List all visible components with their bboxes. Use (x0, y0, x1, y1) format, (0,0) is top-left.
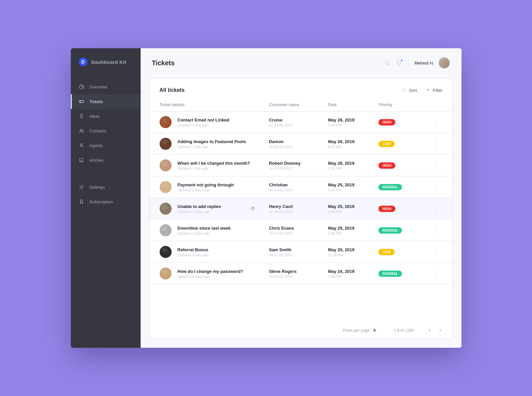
sidebar-item-label: Agents (89, 143, 103, 148)
search-icon[interactable] (384, 60, 390, 66)
person-icon (79, 143, 84, 148)
customer-sub: on 23.05.2019 (269, 231, 328, 235)
people-icon (79, 128, 84, 133)
pager: Rows per page: 8 1-8 of 1240 (150, 322, 453, 339)
sidebar-item-tickets[interactable]: Tickets (71, 94, 141, 109)
ticket-time: 8:00 AM (328, 145, 378, 149)
ticket-time: 11:30 AM (328, 253, 378, 257)
avatar-icon (160, 203, 172, 215)
avatar-icon (160, 181, 172, 193)
bell-icon[interactable] (396, 60, 402, 66)
ticket-title: Downtime since last week (178, 226, 231, 231)
ticket-time: 6:30 PM (328, 123, 378, 127)
sidebar-item-settings[interactable]: Settings (71, 180, 141, 194)
customer-sub: on 24.05.2019 (269, 188, 328, 192)
table-row[interactable]: When will I be charged this month? Updat… (150, 155, 453, 176)
badge-icon (79, 199, 84, 204)
sidebar-item-contacts[interactable]: Contacts (71, 123, 141, 138)
row-more-button[interactable]: ⋮ (429, 206, 443, 212)
ticket-updated: Updated 6 days ago (178, 275, 243, 279)
page-next-button[interactable] (438, 328, 443, 333)
sidebar-nav-primary: OverviewTicketsIdeasContactsAgentsArticl… (71, 80, 141, 167)
ticket-title: Unable to add replies (178, 204, 221, 209)
sidebar-divider (71, 173, 141, 174)
avatar-icon (160, 138, 172, 150)
customer-sub: on 24.05.2019 (269, 210, 328, 214)
topbar-divider (408, 58, 408, 68)
ticket-updated: Updated 1 day ago (178, 145, 246, 149)
table-header: Ticket details Customer name Date Priori… (150, 96, 453, 111)
sidebar-item-articles[interactable]: Articles (71, 153, 141, 167)
table-row[interactable]: Referral Bonus Updated 4 day ago Sam Smi… (150, 241, 453, 263)
avatar-icon (160, 268, 172, 280)
sidebar-item-overview[interactable]: Overview (71, 80, 141, 94)
customer-sub: on 22.05.2019 (269, 253, 328, 257)
avatar-icon (160, 159, 172, 171)
sidebar-item-label: Contacts (89, 128, 106, 133)
ticket-updated: Updated 1 day ago (178, 166, 250, 170)
table-row[interactable]: Payment not going through Updated 2 days… (150, 176, 453, 198)
svg-line-7 (388, 64, 389, 65)
col-customer: Customer name (269, 102, 328, 107)
sidebar-item-ideas[interactable]: Ideas (71, 109, 141, 123)
brand-name: Dashboard Kit (91, 59, 126, 65)
ticket-date: May 24, 2019 (328, 269, 378, 274)
ticket-title: Adding Images to Featured Posts (178, 139, 246, 144)
app-window: D Dashboard Kit OverviewTicketsIdeasCont… (71, 48, 462, 348)
current-user[interactable]: Mehedi H. (414, 57, 450, 69)
table-row[interactable]: Downtime since last week Updated 3 days … (150, 220, 453, 241)
table-row[interactable]: How do I change my password? Updated 6 d… (150, 263, 453, 285)
customer-sub: on 21.05.2019 (269, 275, 328, 279)
page-prev-button[interactable] (427, 328, 432, 333)
sidebar-item-subscription[interactable]: Subscription (71, 194, 141, 209)
table-row[interactable]: Contact Email not Linked Updated 1 day a… (150, 111, 453, 133)
ticket-time: 2:00 PM (328, 231, 378, 235)
user-name: Mehedi H. (414, 61, 434, 66)
row-more-button[interactable]: ⋮ (429, 119, 443, 125)
priority-badge: HIGH (378, 206, 395, 212)
row-more-button[interactable]: ⋮ (429, 271, 443, 277)
ticket-title: How do I change my password? (178, 269, 243, 274)
sidebar: D Dashboard Kit OverviewTicketsIdeasCont… (71, 48, 141, 348)
customer-sub: on 24.05.2019 (269, 145, 328, 149)
filter-button[interactable]: Filter (426, 88, 443, 93)
svg-rect-0 (79, 100, 83, 103)
ticket-updated: Updated 2 days ago (178, 188, 234, 192)
brand: D Dashboard Kit (71, 58, 141, 80)
customer-name: Christian (269, 182, 328, 187)
sidebar-item-label: Overview (89, 85, 107, 90)
pie-icon (79, 84, 84, 90)
svg-point-3 (80, 144, 82, 145)
priority-badge: NORMAL (378, 184, 402, 190)
rows-per-page-select[interactable]: 8 (373, 328, 380, 333)
sidebar-item-agents[interactable]: Agents (71, 138, 141, 153)
ticket-title: When will I be charged this month? (178, 161, 250, 166)
row-more-button[interactable]: ⋮ (429, 249, 443, 255)
brand-logo-icon: D (79, 58, 87, 66)
svg-point-1 (80, 129, 81, 130)
table-row[interactable]: Unable to add replies Updated 2 days ago… (150, 198, 453, 220)
sort-button[interactable]: Sort (402, 88, 417, 93)
card-tools: Sort Filter (402, 88, 443, 93)
customer-name: Robert Downey (269, 161, 328, 166)
svg-point-4 (81, 186, 82, 188)
ticket-time: 1:00 PM (328, 275, 378, 279)
ticket-title: Contact Email not Linked (178, 117, 229, 122)
row-more-button[interactable]: ⋮ (429, 141, 443, 147)
ticket-date: May 25, 2019 (328, 226, 378, 231)
customer-name: Cruise (269, 117, 328, 122)
ticket-time: 7:30 PM (328, 166, 378, 170)
row-more-button[interactable]: ⋮ (429, 227, 443, 234)
ticket-date: May 26, 2019 (328, 117, 378, 122)
ticket-date: May 26, 2019 (328, 161, 378, 166)
sidebar-item-label: Ideas (89, 114, 100, 119)
table-row[interactable]: Adding Images to Featured Posts Updated … (150, 133, 453, 155)
ticket-updated: Updated 2 days ago (178, 210, 221, 214)
col-details: Ticket details (160, 102, 269, 107)
row-more-button[interactable]: ⋮ (429, 162, 443, 169)
page-title: Tickets (152, 59, 175, 67)
row-more-button[interactable]: ⋮ (429, 184, 443, 190)
sidebar-item-label: Tickets (89, 99, 103, 104)
filter-label: Filter (433, 88, 443, 93)
avatar-icon (160, 246, 172, 258)
